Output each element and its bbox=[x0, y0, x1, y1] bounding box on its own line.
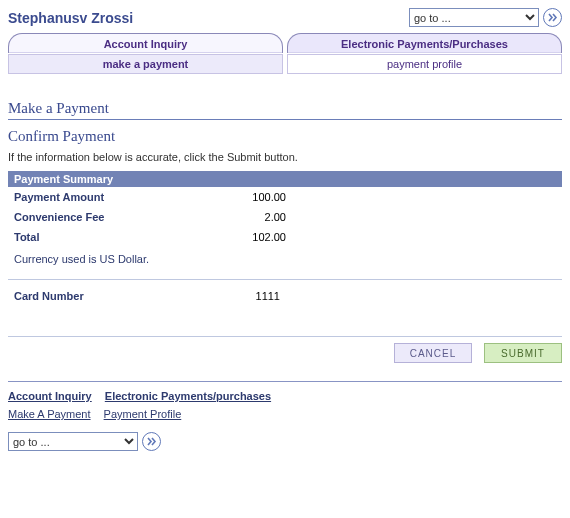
footer-separator bbox=[8, 381, 562, 382]
table-row: Total 102.00 bbox=[8, 227, 562, 247]
go-button-bottom[interactable] bbox=[142, 432, 161, 451]
divider bbox=[8, 279, 562, 280]
row-label: Convenience Fee bbox=[8, 207, 180, 227]
summary-header: Payment Summary bbox=[8, 171, 562, 187]
cancel-button[interactable]: CANCEL bbox=[394, 343, 472, 363]
card-number-value: 1111 bbox=[180, 290, 280, 302]
chevron-double-right-icon bbox=[548, 13, 558, 22]
row-value: 102.00 bbox=[180, 227, 292, 247]
footer-link-account-inquiry[interactable]: Account Inquiry bbox=[8, 390, 92, 402]
footer-link-make-a-payment[interactable]: Make A Payment bbox=[8, 408, 91, 420]
subtab-label: make a payment bbox=[103, 58, 189, 70]
tab-label: Account Inquiry bbox=[104, 38, 188, 50]
goto-select-top[interactable]: go to ... bbox=[409, 8, 539, 27]
page-title: Make a Payment bbox=[8, 100, 562, 120]
go-button-top[interactable] bbox=[543, 8, 562, 27]
card-number-label: Card Number bbox=[14, 290, 180, 302]
table-row: Convenience Fee 2.00 bbox=[8, 207, 562, 227]
goto-select-bottom[interactable]: go to ... bbox=[8, 432, 138, 451]
section-title: Confirm Payment bbox=[8, 128, 562, 145]
chevron-double-right-icon bbox=[147, 437, 157, 446]
subtab-label: payment profile bbox=[387, 58, 462, 70]
divider bbox=[8, 336, 562, 337]
row-value: 100.00 bbox=[180, 187, 292, 207]
row-label: Payment Amount bbox=[8, 187, 180, 207]
footer-row-secondary: Make A Payment Payment Profile bbox=[8, 408, 562, 420]
instruction-text: If the information below is accurate, cl… bbox=[8, 151, 562, 163]
tab-electronic-payments[interactable]: Electronic Payments/Purchases bbox=[287, 33, 562, 53]
row-value: 2.00 bbox=[180, 207, 292, 227]
currency-note: Currency used is US Dollar. bbox=[8, 247, 562, 275]
submit-button[interactable]: SUBMIT bbox=[484, 343, 562, 363]
row-label: Total bbox=[8, 227, 180, 247]
tab-account-inquiry[interactable]: Account Inquiry bbox=[8, 33, 283, 53]
summary-table: Payment Amount 100.00 Convenience Fee 2.… bbox=[8, 187, 562, 247]
subtab-payment-profile[interactable]: payment profile bbox=[287, 54, 562, 74]
footer-link-payment-profile[interactable]: Payment Profile bbox=[104, 408, 182, 420]
tab-label: Electronic Payments/Purchases bbox=[341, 38, 508, 50]
table-row: Payment Amount 100.00 bbox=[8, 187, 562, 207]
user-name: Stephanusv Zrossi bbox=[8, 10, 133, 26]
footer-row-primary: Account Inquiry Electronic Payments/purc… bbox=[8, 390, 562, 402]
subtab-make-a-payment[interactable]: make a payment bbox=[8, 54, 283, 74]
footer-link-electronic-payments[interactable]: Electronic Payments/purchases bbox=[105, 390, 271, 402]
